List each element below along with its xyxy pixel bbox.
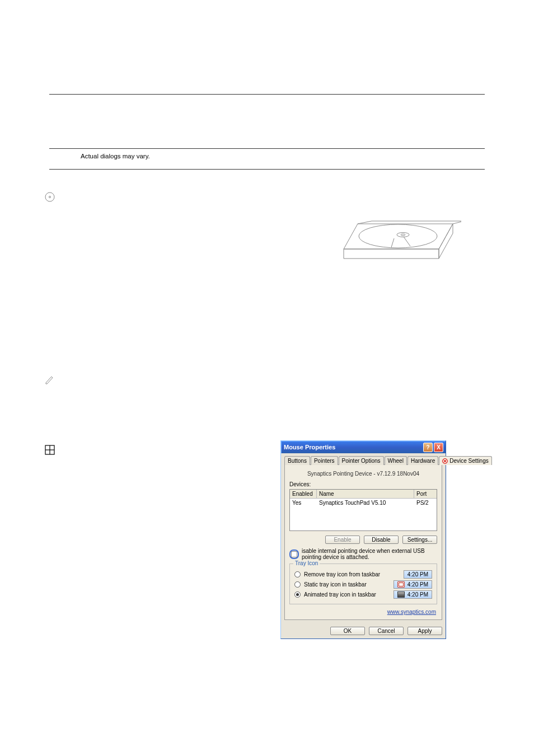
radio-remove-tray[interactable]	[294, 571, 301, 577]
close-button[interactable]: X	[434, 443, 443, 452]
note-block: Actual dialogs may vary.	[49, 149, 485, 165]
settings-button[interactable]: Settings...	[402, 536, 437, 544]
tray-icon-legend: Tray Icon	[293, 560, 320, 566]
tab-wheel[interactable]: Wheel	[385, 456, 407, 465]
cell-name: Synaptics TouchPad V5.10	[317, 499, 414, 507]
help-button[interactable]: ?	[423, 443, 433, 452]
titlebar[interactable]: Mouse Properties ? X	[281, 441, 446, 453]
devices-blank-area	[290, 507, 437, 530]
header-enabled[interactable]: Enabled	[290, 490, 317, 499]
tray-preview-animated: 4:20 PM	[394, 590, 432, 599]
tray-animated-icon	[397, 591, 405, 598]
device-buttons-row: Enable Disable Settings...	[289, 536, 437, 544]
radio-remove-label: Remove tray icon from taskbar	[304, 571, 380, 577]
tray-preview-remove: 4:20 PM	[404, 570, 432, 579]
header-port[interactable]: Port	[414, 490, 437, 499]
svg-point-0	[45, 192, 54, 201]
driver-version-text: Synaptics Pointing Device - v7.12.9 18No…	[289, 471, 437, 477]
cell-port: PS/2	[414, 499, 437, 507]
svg-marker-6	[344, 249, 439, 259]
disable-internal-row: isable internal pointing device when ext…	[289, 548, 437, 560]
tray-time-1: 4:20 PM	[407, 571, 428, 577]
windows-grid-icon	[45, 445, 55, 455]
tray-time-2: 4:20 PM	[407, 581, 428, 588]
svg-marker-7	[439, 224, 453, 259]
tray-static-icon	[397, 581, 405, 588]
devices-list[interactable]: Enabled Name Port Yes Synaptics TouchPad…	[289, 489, 437, 531]
tab-device-settings-label: Device Settings	[449, 458, 488, 464]
tab-pointer-options[interactable]: Pointer Options	[339, 456, 384, 465]
top-hr	[49, 94, 485, 95]
radio-static-tray[interactable]	[294, 581, 301, 588]
tab-hardware[interactable]: Hardware	[407, 456, 438, 465]
tray-preview-static: 4:20 PM	[394, 580, 432, 589]
svg-line-11	[404, 237, 410, 246]
devices-header-row: Enabled Name Port	[290, 490, 437, 499]
pencil-icon	[45, 374, 55, 384]
header-name[interactable]: Name	[317, 490, 414, 499]
cancel-button[interactable]: Cancel	[369, 627, 404, 635]
tray-icon-group: Tray Icon Remove tray icon from taskbar …	[289, 564, 437, 604]
device-settings-panel: Synaptics Pointing Device - v7.12.9 18No…	[284, 464, 442, 620]
apply-button[interactable]: Apply	[407, 627, 442, 635]
note-divider-bottom	[49, 169, 485, 170]
devices-label: Devices:	[289, 481, 437, 487]
enable-button[interactable]: Enable	[325, 536, 360, 544]
tab-device-settings[interactable]: Device Settings	[439, 456, 491, 465]
radio-animated-tray[interactable]	[294, 591, 301, 598]
dialog-title: Mouse Properties	[284, 444, 335, 450]
mouse-properties-dialog: Mouse Properties ? X Buttons Pointers Po…	[280, 440, 446, 639]
tab-buttons[interactable]: Buttons	[284, 456, 310, 465]
svg-point-10	[401, 234, 405, 236]
disable-internal-checkbox[interactable]	[291, 551, 297, 557]
ok-button[interactable]: OK	[330, 627, 365, 635]
cd-icon	[45, 192, 55, 202]
table-row[interactable]: Yes Synaptics TouchPad V5.10 PS/2	[290, 499, 437, 507]
disable-internal-label: isable internal pointing device when ext…	[302, 548, 437, 560]
note-text: Actual dialogs may vary.	[65, 152, 485, 161]
tab-pointers[interactable]: Pointers	[311, 456, 338, 465]
synaptics-link[interactable]: www.synaptics.com	[289, 609, 436, 615]
svg-point-1	[49, 196, 51, 198]
synaptics-tab-icon	[442, 458, 448, 464]
disable-button[interactable]: Disable	[364, 536, 399, 544]
radio-animated-label: Animated tray icon in taskbar	[304, 591, 376, 598]
dialog-bottom-buttons: OK Cancel Apply	[281, 623, 446, 638]
tabstrip: Buttons Pointers Pointer Options Wheel H…	[281, 453, 446, 464]
callout-circle	[289, 550, 299, 559]
tray-time-3: 4:20 PM	[407, 591, 428, 598]
svg-point-9	[397, 233, 409, 237]
svg-line-12	[391, 238, 394, 247]
cell-enabled: Yes	[290, 499, 317, 507]
optical-drive-illustration	[332, 207, 461, 274]
radio-static-label: Static tray icon in taskbar	[304, 581, 367, 588]
